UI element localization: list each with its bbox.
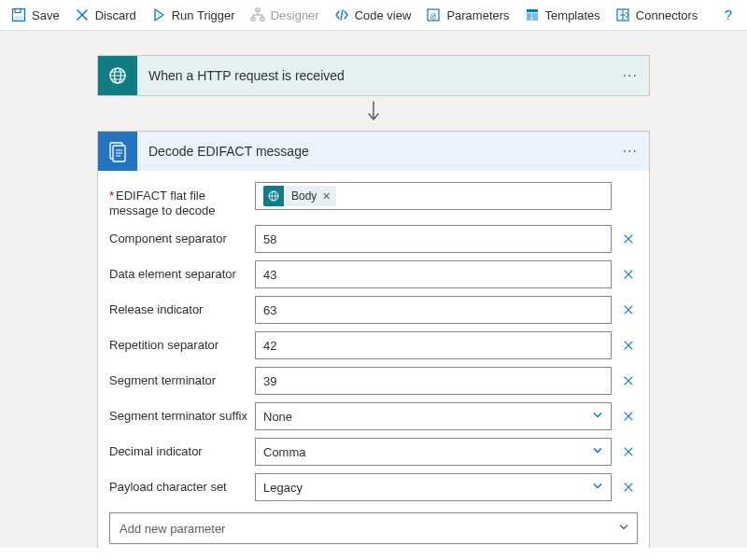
code-view-button[interactable]: Code view [334, 7, 412, 22]
svg-rect-3 [256, 8, 260, 11]
parameters-label: Parameters [446, 8, 509, 22]
connector-arrow [97, 96, 650, 131]
repetition-separator-input[interactable]: 42 [255, 331, 612, 359]
svg-rect-1 [15, 9, 21, 13]
segment-terminator-remove[interactable] [619, 374, 638, 387]
segment-terminator-input[interactable]: 39 [255, 367, 612, 395]
action-header[interactable]: Decode EDIFACT message ··· [98, 132, 649, 171]
run-trigger-button[interactable]: Run Trigger [151, 7, 235, 22]
chevron-down-icon [592, 481, 603, 495]
parameters-icon: @ [426, 7, 441, 22]
release-indicator-remove[interactable] [619, 303, 638, 316]
connectors-icon [615, 7, 630, 22]
chevron-down-icon [592, 410, 603, 424]
svg-text:?: ? [725, 7, 732, 22]
field-release-indicator: Release indicator 63 [109, 296, 638, 324]
svg-rect-10 [532, 13, 538, 21]
chevron-down-icon [618, 522, 629, 536]
toolbar: Save Discard Run Trigger Designer Code v… [0, 0, 747, 31]
edifact-icon [98, 132, 137, 171]
templates-label: Templates [545, 8, 600, 22]
trigger-title: When a HTTP request is received [137, 68, 623, 83]
designer-icon [250, 7, 265, 22]
trigger-header[interactable]: When a HTTP request is received ··· [98, 56, 649, 95]
action-menu-button[interactable]: ··· [623, 143, 638, 160]
chevron-down-icon [592, 445, 603, 459]
data-element-separator-remove[interactable] [619, 268, 638, 281]
svg-rect-8 [527, 9, 538, 12]
trigger-card[interactable]: When a HTTP request is received ··· [97, 55, 650, 96]
connectors-label: Connectors [636, 8, 698, 22]
segment-terminator-suffix-select[interactable]: None [255, 402, 612, 430]
help-icon: ? [721, 7, 736, 22]
segment-terminator-suffix-remove[interactable] [619, 410, 638, 423]
trigger-menu-button[interactable]: ··· [623, 67, 638, 84]
connectors-button[interactable]: Connectors [615, 7, 698, 22]
run-trigger-label: Run Trigger [172, 8, 235, 22]
flat-file-input[interactable]: Body ✕ [255, 182, 612, 210]
designer-button: Designer [250, 7, 319, 22]
release-indicator-input[interactable]: 63 [255, 296, 612, 324]
field-segment-terminator: Segment terminator 39 [109, 367, 638, 395]
designer-canvas: When a HTTP request is received ··· Deco… [0, 31, 747, 548]
field-payload-charset: Payload character set Legacy [109, 473, 638, 501]
save-button[interactable]: Save [11, 7, 60, 22]
save-label: Save [32, 8, 60, 22]
release-indicator-label: Release indicator [109, 296, 255, 317]
discard-button[interactable]: Discard [75, 7, 136, 22]
payload-charset-label: Payload character set [109, 473, 255, 495]
field-flat-file: *EDIFACT flat file message to decode Bod… [109, 182, 638, 217]
field-repetition-separator: Repetition separator 42 [109, 331, 638, 359]
decimal-indicator-select[interactable]: Comma [255, 438, 612, 466]
svg-rect-2 [15, 16, 23, 21]
field-component-separator: Component separator 58 [109, 225, 638, 253]
discard-icon [75, 7, 90, 22]
http-token-icon [263, 186, 284, 206]
segment-terminator-suffix-label: Segment terminator suffix [109, 402, 255, 424]
payload-charset-select[interactable]: Legacy [255, 473, 612, 501]
svg-rect-5 [261, 18, 264, 21]
code-icon [334, 7, 349, 22]
code-view-label: Code view [355, 8, 412, 22]
payload-charset-remove[interactable] [619, 481, 638, 494]
svg-rect-4 [251, 18, 255, 21]
play-icon [151, 7, 166, 22]
repetition-separator-remove[interactable] [619, 339, 638, 352]
component-separator-remove[interactable] [619, 232, 638, 245]
component-separator-label: Component separator [109, 225, 255, 246]
action-card: Decode EDIFACT message ··· *EDIFACT flat… [97, 131, 650, 548]
parameters-button[interactable]: @ Parameters [426, 7, 509, 22]
body-token[interactable]: Body ✕ [263, 186, 336, 206]
http-trigger-icon [98, 56, 137, 95]
decimal-indicator-label: Decimal indicator [109, 438, 255, 459]
field-segment-terminator-suffix: Segment terminator suffix None [109, 402, 638, 430]
designer-label: Designer [271, 8, 319, 22]
discard-label: Discard [95, 8, 136, 22]
templates-button[interactable]: Templates [525, 7, 600, 22]
data-element-separator-input[interactable]: 43 [255, 260, 612, 288]
field-data-element-separator: Data element separator 43 [109, 260, 638, 288]
action-body: *EDIFACT flat file message to decode Bod… [98, 171, 649, 548]
component-separator-input[interactable]: 58 [255, 225, 612, 253]
segment-terminator-label: Segment terminator [109, 367, 255, 388]
svg-rect-9 [527, 13, 531, 21]
action-title: Decode EDIFACT message [137, 144, 623, 159]
data-element-separator-label: Data element separator [109, 260, 255, 282]
add-new-parameter-select[interactable]: Add new parameter [109, 512, 638, 544]
decimal-indicator-remove[interactable] [619, 445, 638, 458]
repetition-separator-label: Repetition separator [109, 331, 255, 353]
help-button[interactable]: ? [721, 7, 736, 22]
templates-icon [525, 7, 540, 22]
save-icon [11, 7, 26, 22]
body-token-remove[interactable]: ✕ [322, 190, 336, 203]
svg-text:@: @ [431, 11, 437, 21]
field-decimal-indicator: Decimal indicator Comma [109, 438, 638, 466]
flat-file-label: *EDIFACT flat file message to decode [109, 182, 255, 217]
body-token-label: Body [284, 189, 322, 203]
